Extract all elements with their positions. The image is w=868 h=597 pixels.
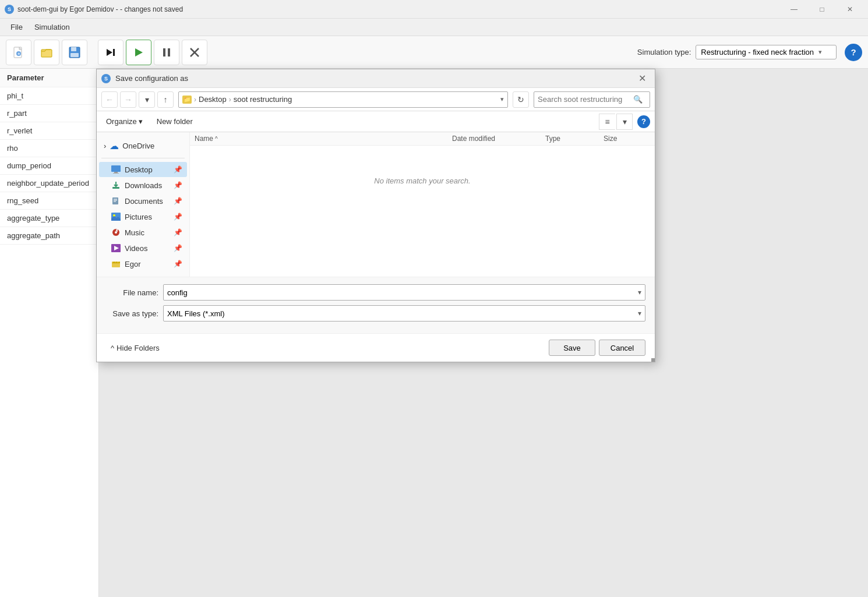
- svg-marker-9: [135, 48, 143, 56]
- search-box[interactable]: 🔍: [534, 91, 650, 108]
- param-item-aggregate-path[interactable]: aggregate_path: [0, 227, 98, 245]
- videos-icon: [111, 243, 121, 253]
- toolbar2-help-button[interactable]: ?: [637, 115, 650, 128]
- svg-rect-6: [70, 53, 79, 57]
- param-item-r-part[interactable]: r_part: [0, 105, 98, 122]
- help-button[interactable]: ?: [845, 44, 862, 61]
- file-list-area[interactable]: Name ^ Date modified Type Size No items …: [190, 132, 655, 277]
- savetype-value: XML Files (*.xml): [167, 309, 638, 318]
- breadcrumb-bar[interactable]: 📁 › Desktop › soot restructuring ▾: [178, 91, 508, 108]
- view-buttons: ≡ ▾: [599, 114, 633, 130]
- svg-rect-15: [114, 172, 118, 173]
- app-title: soot-dem-gui by Egor Demidov - - changes…: [17, 5, 781, 13]
- nav-bar: ← → ▾ ↑ 📁 › Desktop › soot restructuring…: [97, 88, 655, 111]
- menu-simulation[interactable]: Simulation: [29, 20, 76, 34]
- savetype-row: Save as type: XML Files (*.xml) ▾: [106, 305, 645, 322]
- skip-button[interactable]: [98, 40, 124, 65]
- view-dropdown-button[interactable]: ▾: [616, 114, 633, 130]
- breadcrumb-folder: soot restructuring: [234, 95, 292, 104]
- onedrive-label: OneDrive: [122, 142, 154, 150]
- search-icon: 🔍: [633, 95, 643, 104]
- svg-rect-3: [41, 50, 52, 57]
- close-button[interactable]: ✕: [837, 0, 863, 19]
- sim-type-area: Simulation type: Restructuring - fixed n…: [637, 45, 837, 59]
- sim-type-dropdown[interactable]: Restructuring - fixed neck fraction ▾: [696, 45, 837, 59]
- pause-button[interactable]: [154, 40, 179, 65]
- minimize-button[interactable]: —: [781, 0, 807, 19]
- svg-rect-14: [111, 165, 121, 172]
- sidebar-item-music-label: Music: [125, 228, 144, 237]
- param-item-neighbor-update[interactable]: neighbor_update_period: [0, 175, 98, 192]
- sidebar-item-pictures-label: Pictures: [125, 213, 152, 221]
- dialog-icon: S: [101, 74, 111, 83]
- svg-rect-5: [71, 47, 76, 51]
- hide-folders-button[interactable]: ^ Hide Folders: [106, 341, 164, 355]
- sidebar-item-desktop-label: Desktop: [125, 165, 153, 174]
- sidebar-item-onedrive[interactable]: › ☁ OneDrive: [99, 137, 187, 154]
- music-icon: [111, 228, 121, 237]
- save-dialog: S Save configuration as ✕ ← → ▾ ↑ 📁 › De…: [96, 69, 655, 362]
- savetype-label: Save as type:: [106, 309, 158, 318]
- action-row: ^ Hide Folders Save Cancel: [97, 333, 655, 362]
- nav-forward-button[interactable]: →: [120, 91, 136, 108]
- sidebar-item-pictures[interactable]: Pictures 📌: [99, 209, 187, 224]
- play-button[interactable]: [126, 40, 151, 65]
- downloads-icon: [111, 181, 121, 190]
- app-icon: S: [5, 5, 14, 14]
- filename-label: File name:: [106, 288, 158, 297]
- param-header: Parameter: [0, 69, 98, 87]
- breadcrumb-folder-icon: 📁: [182, 96, 192, 104]
- breadcrumb-desktop: Desktop: [199, 95, 227, 104]
- svg-text:+: +: [17, 51, 20, 56]
- sidebar-item-videos-label: Videos: [125, 244, 148, 253]
- nav-refresh-button[interactable]: ↻: [513, 91, 529, 108]
- cancel-button[interactable]: Cancel: [599, 340, 645, 356]
- breadcrumb-dropdown[interactable]: ▾: [500, 96, 504, 103]
- param-item-dump-period[interactable]: dump_period: [0, 157, 98, 175]
- sidebar-item-downloads-label: Downloads: [125, 181, 162, 190]
- savetype-field[interactable]: XML Files (*.xml) ▾: [163, 305, 645, 322]
- menubar: File Simulation: [0, 19, 868, 36]
- sidebar-item-documents[interactable]: Documents 📌: [99, 193, 187, 209]
- param-item-rho[interactable]: rho: [0, 140, 98, 157]
- col-name-header[interactable]: Name ^: [195, 135, 452, 143]
- filename-field[interactable]: ▾: [163, 284, 645, 301]
- dialog-close-button[interactable]: ✕: [634, 70, 650, 87]
- stop-button[interactable]: [182, 40, 207, 65]
- resize-handle[interactable]: [651, 358, 655, 362]
- nav-dropdown-button[interactable]: ▾: [139, 91, 155, 108]
- save-file-button[interactable]: [62, 40, 87, 65]
- col-size-header[interactable]: Size: [604, 135, 650, 143]
- column-headers: Name ^ Date modified Type Size: [190, 132, 655, 146]
- onedrive-arrow: ›: [104, 142, 106, 150]
- save-button[interactable]: Save: [549, 340, 595, 356]
- param-item-r-verlet[interactable]: r_verlet: [0, 122, 98, 140]
- search-input[interactable]: [538, 95, 631, 104]
- browser-body: › ☁ OneDrive Desktop 📌 Downloads 📌: [97, 132, 655, 277]
- open-file-button[interactable]: [34, 40, 59, 65]
- col-date-header[interactable]: Date modified: [452, 135, 545, 143]
- col-type-header[interactable]: Type: [545, 135, 604, 143]
- sidebar-item-music[interactable]: Music 📌: [99, 225, 187, 240]
- nav-up-button[interactable]: ↑: [157, 91, 174, 108]
- menu-file[interactable]: File: [5, 20, 29, 34]
- nav-back-button[interactable]: ←: [101, 91, 118, 108]
- view-icon-button[interactable]: ≡: [599, 114, 615, 130]
- sidebar-item-egor[interactable]: Egor 📌: [99, 256, 187, 271]
- dialog-bottom: File name: ▾ Save as type: XML Files (*.…: [97, 277, 655, 333]
- maximize-button[interactable]: □: [809, 0, 835, 19]
- new-file-button[interactable]: +: [6, 40, 31, 65]
- new-folder-button[interactable]: New folder: [152, 115, 197, 128]
- desktop-icon: [111, 165, 121, 174]
- organize-button[interactable]: Organize ▾: [101, 115, 147, 128]
- sidebar-item-desktop[interactable]: Desktop 📌: [99, 162, 187, 177]
- param-item-rng-seed[interactable]: rng_seed: [0, 192, 98, 210]
- sidebar-item-videos[interactable]: Videos 📌: [99, 241, 187, 256]
- filename-input[interactable]: [167, 288, 638, 297]
- param-item-phi-t[interactable]: phi_t: [0, 87, 98, 105]
- titlebar: S soot-dem-gui by Egor Demidov - - chang…: [0, 0, 868, 19]
- toolbar: +: [0, 36, 868, 69]
- param-item-aggregate-type[interactable]: aggregate_type: [0, 210, 98, 227]
- sidebar-item-downloads[interactable]: Downloads 📌: [99, 178, 187, 193]
- svg-rect-11: [168, 48, 170, 56]
